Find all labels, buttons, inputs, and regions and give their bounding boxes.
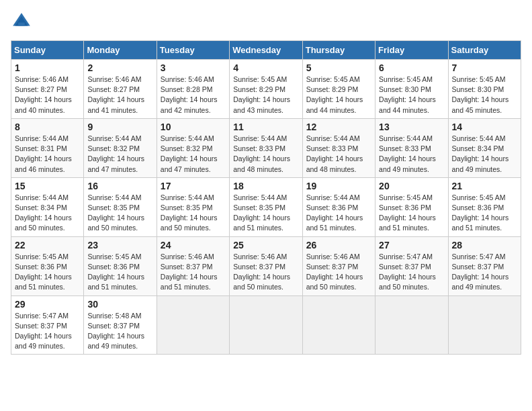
calendar-cell: 2 Sunrise: 5:46 AM Sunset: 8:27 PM Dayli… (84, 60, 157, 119)
day-number: 21 (452, 181, 517, 191)
daylight-text: Daylight: 14 hours and 49 minutes. (452, 272, 517, 292)
daylight-text: Daylight: 14 hours and 40 minutes. (15, 95, 80, 115)
day-number: 14 (452, 122, 517, 132)
calendar-cell: 22 Sunrise: 5:45 AM Sunset: 8:36 PM Dayl… (11, 236, 84, 295)
sunrise-text: Sunrise: 5:48 AM (87, 311, 152, 321)
day-number: 9 (87, 122, 152, 132)
daylight-text: Daylight: 14 hours and 51 minutes. (452, 213, 517, 233)
day-details: Sunrise: 5:44 AM Sunset: 8:34 PM Dayligh… (452, 134, 517, 175)
sunrise-text: Sunrise: 5:46 AM (306, 252, 371, 262)
sunset-text: Sunset: 8:34 PM (15, 203, 80, 213)
day-of-week-header: Wednesday (230, 41, 302, 60)
calendar-cell: 26 Sunrise: 5:46 AM Sunset: 8:37 PM Dayl… (302, 236, 375, 295)
calendar-cell (157, 295, 229, 355)
calendar-cell: 28 Sunrise: 5:47 AM Sunset: 8:37 PM Dayl… (448, 236, 521, 295)
day-details: Sunrise: 5:44 AM Sunset: 8:32 PM Dayligh… (161, 134, 226, 175)
day-details: Sunrise: 5:46 AM Sunset: 8:27 PM Dayligh… (87, 75, 152, 116)
sunrise-text: Sunrise: 5:45 AM (379, 75, 444, 85)
sunset-text: Sunset: 8:33 PM (379, 144, 444, 154)
day-number: 23 (87, 240, 152, 250)
sunset-text: Sunset: 8:33 PM (306, 144, 371, 154)
sunset-text: Sunset: 8:36 PM (306, 203, 371, 213)
sunrise-text: Sunrise: 5:45 AM (87, 252, 152, 262)
sunrise-text: Sunrise: 5:44 AM (161, 193, 226, 203)
sunset-text: Sunset: 8:27 PM (87, 85, 152, 95)
calendar-cell: 6 Sunrise: 5:45 AM Sunset: 8:30 PM Dayli… (375, 60, 448, 119)
sunset-text: Sunset: 8:31 PM (15, 144, 80, 154)
calendar-cell: 14 Sunrise: 5:44 AM Sunset: 8:34 PM Dayl… (448, 118, 521, 177)
sunset-text: Sunset: 8:29 PM (306, 85, 371, 95)
day-number: 26 (306, 240, 371, 250)
sunrise-text: Sunrise: 5:44 AM (306, 193, 371, 203)
calendar-week-row: 22 Sunrise: 5:45 AM Sunset: 8:36 PM Dayl… (11, 236, 521, 295)
daylight-text: Daylight: 14 hours and 48 minutes. (306, 154, 371, 174)
day-details: Sunrise: 5:44 AM Sunset: 8:35 PM Dayligh… (87, 193, 152, 234)
daylight-text: Daylight: 14 hours and 51 minutes. (87, 272, 152, 292)
calendar-cell: 3 Sunrise: 5:46 AM Sunset: 8:28 PM Dayli… (157, 60, 229, 119)
day-number: 5 (306, 62, 371, 73)
day-number: 28 (452, 240, 517, 250)
day-number: 8 (15, 122, 80, 132)
calendar-cell: 30 Sunrise: 5:48 AM Sunset: 8:37 PM Dayl… (84, 295, 157, 355)
logo (11, 11, 35, 32)
daylight-text: Daylight: 14 hours and 50 minutes. (379, 272, 444, 292)
calendar-cell: 27 Sunrise: 5:47 AM Sunset: 8:37 PM Dayl… (375, 236, 448, 295)
day-number: 22 (15, 240, 80, 250)
sunset-text: Sunset: 8:36 PM (452, 203, 517, 213)
daylight-text: Daylight: 14 hours and 44 minutes. (379, 95, 444, 115)
logo-icon (11, 11, 32, 32)
sunset-text: Sunset: 8:37 PM (452, 262, 517, 272)
day-number: 18 (233, 181, 298, 191)
calendar-week-row: 8 Sunrise: 5:44 AM Sunset: 8:31 PM Dayli… (11, 118, 521, 177)
daylight-text: Daylight: 14 hours and 50 minutes. (87, 213, 152, 233)
calendar-cell: 8 Sunrise: 5:44 AM Sunset: 8:31 PM Dayli… (11, 118, 84, 177)
day-details: Sunrise: 5:46 AM Sunset: 8:37 PM Dayligh… (233, 252, 298, 293)
sunrise-text: Sunrise: 5:47 AM (15, 311, 80, 321)
daylight-text: Daylight: 14 hours and 50 minutes. (15, 213, 80, 233)
day-of-week-header: Saturday (448, 41, 521, 60)
daylight-text: Daylight: 14 hours and 50 minutes. (233, 272, 298, 292)
calendar-cell: 15 Sunrise: 5:44 AM Sunset: 8:34 PM Dayl… (11, 177, 84, 236)
day-details: Sunrise: 5:47 AM Sunset: 8:37 PM Dayligh… (452, 252, 517, 293)
sunrise-text: Sunrise: 5:44 AM (233, 193, 298, 203)
sunrise-text: Sunrise: 5:44 AM (87, 134, 152, 144)
sunrise-text: Sunrise: 5:46 AM (161, 75, 226, 85)
day-details: Sunrise: 5:44 AM Sunset: 8:31 PM Dayligh… (15, 134, 80, 175)
day-number: 20 (379, 181, 444, 191)
day-details: Sunrise: 5:45 AM Sunset: 8:29 PM Dayligh… (306, 75, 371, 116)
day-number: 24 (161, 240, 226, 250)
calendar-week-row: 29 Sunrise: 5:47 AM Sunset: 8:37 PM Dayl… (11, 295, 521, 355)
daylight-text: Daylight: 14 hours and 51 minutes. (15, 272, 80, 292)
day-of-week-header: Sunday (11, 41, 84, 60)
day-number: 17 (161, 181, 226, 191)
sunrise-text: Sunrise: 5:46 AM (233, 252, 298, 262)
day-details: Sunrise: 5:46 AM Sunset: 8:27 PM Dayligh… (15, 75, 80, 116)
sunset-text: Sunset: 8:36 PM (87, 262, 152, 272)
sunset-text: Sunset: 8:32 PM (87, 144, 152, 154)
sunrise-text: Sunrise: 5:44 AM (452, 134, 517, 144)
day-number: 30 (87, 299, 152, 310)
sunset-text: Sunset: 8:35 PM (233, 203, 298, 213)
calendar-cell: 20 Sunrise: 5:45 AM Sunset: 8:36 PM Dayl… (375, 177, 448, 236)
day-details: Sunrise: 5:45 AM Sunset: 8:36 PM Dayligh… (87, 252, 152, 293)
day-details: Sunrise: 5:45 AM Sunset: 8:36 PM Dayligh… (379, 193, 444, 234)
day-number: 15 (15, 181, 80, 191)
calendar-cell: 29 Sunrise: 5:47 AM Sunset: 8:37 PM Dayl… (11, 295, 84, 355)
sunrise-text: Sunrise: 5:44 AM (15, 193, 80, 203)
sunset-text: Sunset: 8:27 PM (15, 85, 80, 95)
daylight-text: Daylight: 14 hours and 44 minutes. (306, 95, 371, 115)
daylight-text: Daylight: 14 hours and 49 minutes. (15, 331, 80, 351)
sunrise-text: Sunrise: 5:45 AM (233, 75, 298, 85)
sunrise-text: Sunrise: 5:45 AM (306, 75, 371, 85)
day-details: Sunrise: 5:45 AM Sunset: 8:30 PM Dayligh… (452, 75, 517, 116)
daylight-text: Daylight: 14 hours and 50 minutes. (161, 213, 226, 233)
sunrise-text: Sunrise: 5:45 AM (452, 75, 517, 85)
sunrise-text: Sunrise: 5:44 AM (161, 134, 226, 144)
page-header (11, 11, 521, 32)
day-details: Sunrise: 5:46 AM Sunset: 8:37 PM Dayligh… (161, 252, 226, 293)
day-details: Sunrise: 5:44 AM Sunset: 8:32 PM Dayligh… (87, 134, 152, 175)
daylight-text: Daylight: 14 hours and 51 minutes. (233, 213, 298, 233)
day-details: Sunrise: 5:45 AM Sunset: 8:29 PM Dayligh… (233, 75, 298, 116)
day-details: Sunrise: 5:46 AM Sunset: 8:37 PM Dayligh… (306, 252, 371, 293)
day-number: 11 (233, 122, 298, 132)
